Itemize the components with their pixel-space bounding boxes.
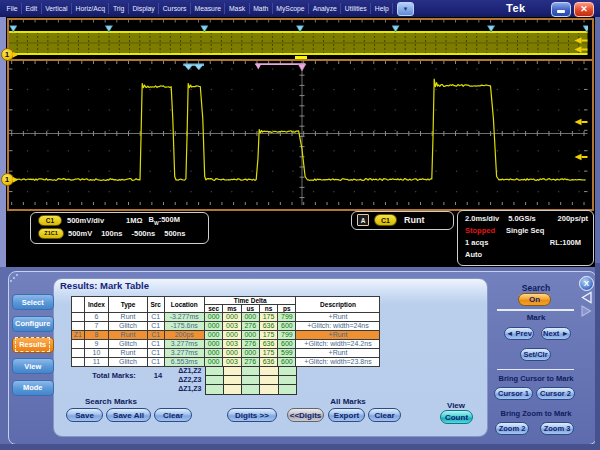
grid-dot (211, 150, 212, 151)
tab-mode[interactable]: Mode (12, 380, 54, 396)
menu-mask[interactable]: Mask (225, 2, 248, 15)
digits-forward-button[interactable]: Digits >> (227, 408, 277, 422)
grid-dot (149, 150, 150, 151)
grid-dot (558, 68, 559, 69)
grid-dot (129, 191, 130, 192)
clear-search-marks-button[interactable]: Clear (154, 408, 192, 422)
grid-dot (395, 109, 396, 110)
collapse-left-icon (583, 293, 592, 303)
grid-dot (517, 170, 518, 171)
grid-dot (109, 129, 110, 130)
grid-dot (109, 191, 110, 192)
table-row-10[interactable]: 10RuntC13.277ms000000000175599+Runt (71, 348, 380, 357)
grid-dot (170, 129, 171, 130)
col-unit-sec: sec (205, 304, 223, 312)
menu-utilities[interactable]: Utilities (341, 2, 370, 15)
zoom-position-indicator[interactable] (295, 56, 307, 59)
cell-delta-ms: 003 (223, 339, 241, 348)
dialog-title: Results: Mark Table (60, 280, 149, 291)
tab-results[interactable]: Results (12, 337, 54, 353)
panel-grip[interactable] (10, 274, 20, 284)
grid-dot (170, 68, 171, 69)
export-button[interactable]: Export (328, 408, 365, 422)
grid-dot (272, 150, 273, 151)
mark-table: Index Type Src Location Time Delta Descr… (71, 296, 381, 367)
cell-src: C1 (148, 330, 165, 339)
chevron-down-icon: ▼ (403, 6, 409, 12)
search-on-button[interactable]: On (518, 293, 551, 306)
grid-dot (436, 129, 437, 130)
col-unit-us: us (241, 304, 259, 312)
tab-label: Results (18, 340, 47, 349)
view-label: View (436, 401, 476, 410)
grid-dot (211, 191, 212, 192)
menu-analyze[interactable]: Analyze (309, 2, 340, 15)
grid-dot (109, 170, 110, 171)
table-row-11[interactable]: 11GlitchC16.553ms000003276636600+Glitch:… (71, 357, 380, 366)
menu-measure[interactable]: Measure (191, 2, 224, 15)
table-row-6[interactable]: 6RuntC1-3.277ms000000000175799+Runt (71, 312, 380, 321)
z1-position: -500ns (131, 229, 155, 238)
grid-dot (517, 88, 518, 89)
level-arrow-icon (575, 153, 582, 159)
count-button[interactable]: Count (440, 410, 473, 424)
save-all-button[interactable]: Save All (106, 408, 151, 422)
overview-graticule (7, 18, 594, 62)
grid-dot (231, 68, 232, 69)
grid-dot (313, 170, 314, 171)
col-unit-ns: ns (259, 304, 277, 312)
text: :500M (159, 215, 180, 224)
tab-select[interactable]: Select (12, 294, 54, 310)
cursor2-button[interactable]: Cursor 2 (536, 387, 575, 400)
menu-trig[interactable]: Trig (109, 2, 127, 15)
col-location: Location (164, 296, 205, 312)
menu-display[interactable]: Display (129, 2, 158, 15)
grid-dot (149, 68, 150, 69)
menu-overflow-dropdown[interactable]: ▼ (397, 2, 414, 16)
table-row-9[interactable]: 9GlitchC13.277ms000003276636600+Glitch: … (71, 339, 380, 348)
next-mark-button[interactable]: Next ► (541, 327, 571, 340)
menu-file[interactable]: File (3, 2, 21, 15)
set-clear-mark-button[interactable]: Set/Clr (520, 348, 551, 361)
divider (497, 309, 574, 311)
table-row-8[interactable]: Z18RuntC1200ps000000000175799+Runt (71, 330, 380, 339)
panel-close-button[interactable]: X (579, 276, 594, 291)
zoom2-button[interactable]: Zoom 2 (495, 422, 529, 435)
menu-myscope[interactable]: MyScope (273, 2, 308, 15)
close-button[interactable]: ✕ (574, 2, 594, 18)
grid-dot (333, 109, 334, 110)
panel-collapse-arrows[interactable] (580, 291, 593, 317)
menu-cursors[interactable]: Cursors (159, 2, 190, 15)
cell-location: 6.553ms (164, 357, 205, 366)
menu-horiz-acq[interactable]: Horiz/Acq (72, 2, 108, 15)
tab-view[interactable]: View (12, 358, 54, 374)
prev-mark-button[interactable]: ◄ Prev (504, 327, 534, 340)
save-button[interactable]: Save (66, 408, 103, 422)
grid-dot (231, 170, 232, 171)
grid-dot (333, 191, 334, 192)
grid-dot (272, 68, 273, 69)
clear-all-marks-button[interactable]: Clear (368, 408, 401, 422)
grid-dot (558, 109, 559, 110)
grid-dot (313, 109, 314, 110)
zoom-waveform (9, 61, 588, 205)
digits-back-button[interactable]: <<Digits (287, 408, 324, 422)
table-row-7[interactable]: 7GlitchC1-175.6ns000003276636600+Glitch:… (71, 321, 380, 330)
grid-dot (456, 191, 457, 192)
menu-vertical[interactable]: Vertical (42, 2, 71, 15)
c1-scale: 500mV/div (67, 216, 104, 225)
tab-configure[interactable]: Configure (12, 316, 54, 332)
search-marks-label: Search Marks (76, 397, 146, 406)
minimize-button[interactable] (551, 2, 571, 18)
cursor1-button[interactable]: Cursor 1 (494, 387, 533, 400)
cell-type: Glitch (109, 357, 148, 366)
menu-help[interactable]: Help (371, 2, 392, 15)
menu-math[interactable]: Math (250, 2, 272, 15)
cell-delta-ms: 000 (223, 312, 241, 321)
grid-dot (149, 88, 150, 89)
grid-dot (47, 129, 48, 130)
grid-dot (170, 109, 171, 110)
zoom3-button[interactable]: Zoom 3 (540, 422, 574, 435)
all-marks-label: All Marks (324, 397, 372, 406)
menu-edit[interactable]: Edit (22, 2, 41, 15)
